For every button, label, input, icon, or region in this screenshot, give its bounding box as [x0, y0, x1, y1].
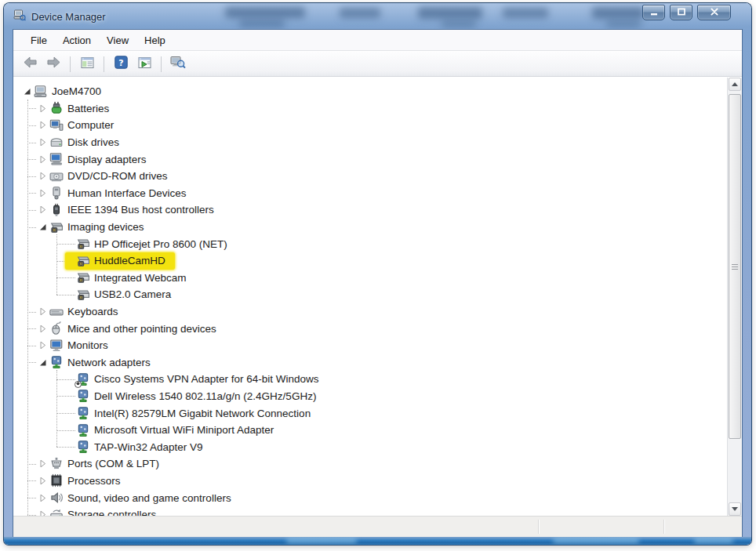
scroll-up-button[interactable] [729, 78, 741, 91]
hid-icon [49, 186, 64, 200]
tree-item-intel-r-82579lm-gigabit-network-connection[interactable]: Intel(R) 82579LM Gigabit Network Connect… [13, 404, 727, 422]
tree-item-storage-controllers[interactable]: Storage controllers [13, 506, 727, 516]
statusbar-divider [538, 520, 539, 534]
tree-item-ieee-1394-bus-host-controllers[interactable]: IEEE 1394 Bus host controllers [13, 201, 727, 219]
tree-item-sound-video-and-game-controllers[interactable]: Sound, video and game controllers [13, 489, 727, 506]
tree-item-label: Batteries [67, 103, 109, 114]
menu-view[interactable]: View [99, 31, 136, 49]
tree-item-huddlecamhd[interactable]: HuddleCamHD [13, 252, 727, 270]
tree-item-processors[interactable]: Processors [13, 473, 727, 490]
forward-icon [46, 56, 61, 72]
expander-collapsed-icon[interactable] [37, 339, 49, 352]
expander-collapsed-icon[interactable] [37, 102, 49, 114]
tree-row-body: IEEE 1394 Bus host controllers [49, 203, 214, 217]
expander-spacer [64, 424, 76, 437]
tree-item-display-adapters[interactable]: Display adapters [13, 150, 727, 168]
close-button[interactable] [697, 5, 731, 20]
toolbar-back-button[interactable] [20, 55, 40, 74]
tree-item-dell-wireless-1540-802-11a-g-n-2-4ghz-5ghz[interactable]: Dell Wireless 1540 802.11a/g/n (2.4GHz/5… [13, 388, 727, 405]
statusbar [13, 516, 742, 537]
expander-expanded-icon[interactable] [37, 221, 49, 234]
expander-collapsed-icon[interactable] [37, 458, 49, 470]
tree-item-keyboards[interactable]: Keyboards [13, 303, 727, 321]
toolbar-help-button[interactable]: ? [111, 55, 131, 74]
expander-collapsed-icon[interactable] [37, 322, 49, 335]
tree-item-cisco-systems-vpn-adapter-for-64-bit-windows[interactable]: Cisco Systems VPN Adapter for 64-bit Win… [13, 371, 727, 388]
ports-icon [49, 457, 64, 471]
imaging-icon [76, 270, 90, 285]
tree-item-disk-drives[interactable]: Disk drives [13, 134, 727, 151]
display-adapter-icon [49, 152, 64, 166]
tree-row-body: TAP-Win32 Adapter V9 [76, 440, 203, 454]
tree-row-body: USB2.0 Camera [76, 288, 171, 302]
scrollbar-thumb[interactable] [729, 94, 741, 439]
window-title: Device Manager [31, 11, 106, 23]
tree-item-joem4700[interactable]: JoeM4700 [13, 83, 727, 100]
toolbar-properties-button[interactable] [134, 55, 154, 74]
tree-item-integrated-webcam[interactable]: Integrated Webcam [13, 270, 727, 287]
minimize-button[interactable] [642, 5, 665, 20]
tree-item-batteries[interactable]: Batteries [13, 100, 727, 118]
tree-item-human-interface-devices[interactable]: Human Interface Devices [13, 185, 727, 202]
menu-help[interactable]: Help [136, 31, 173, 49]
expander-collapsed-icon[interactable] [37, 187, 49, 199]
tree-item-label: TAP-Win32 Adapter V9 [94, 441, 203, 453]
toolbar-show-console-tree-button[interactable] [77, 55, 97, 74]
tree-item-label: USB2.0 Camera [94, 288, 171, 300]
toolbar-scan-hardware-button[interactable] [168, 55, 188, 74]
tree-item-mice-and-other-pointing-devices[interactable]: Mice and other pointing devices [13, 320, 727, 337]
expander-collapsed-icon[interactable] [37, 204, 49, 216]
tree-row-body: Human Interface Devices [49, 186, 187, 200]
tree-row-body: Monitors [49, 339, 108, 353]
mouse-icon [49, 321, 64, 335]
tree-item-label: Disk drives [67, 136, 119, 148]
window-bottom-border [4, 537, 751, 545]
toolbar-forward-button[interactable] [43, 55, 64, 74]
menu-file[interactable]: File [23, 31, 55, 49]
expander-expanded-icon[interactable] [21, 85, 34, 98]
tree-item-label: Cisco Systems VPN Adapter for 64-bit Win… [94, 373, 319, 385]
computer-root-icon [34, 85, 48, 99]
expander-collapsed-icon[interactable] [37, 306, 49, 318]
tree-item-label: DVD/CD-ROM drives [67, 170, 168, 182]
tree-row-body: Mice and other pointing devices [49, 321, 216, 335]
toolbar-separator [104, 56, 104, 72]
expander-expanded-icon[interactable] [37, 356, 49, 368]
computer-icon [49, 118, 64, 132]
tree-item-label: Monitors [67, 339, 108, 351]
scroll-down-button[interactable] [729, 502, 741, 516]
tree-item-usb2-0-camera[interactable]: USB2.0 Camera [13, 286, 727, 303]
toolbar: ? [13, 52, 742, 77]
glass-reflection [442, 20, 476, 27]
expander-collapsed-icon[interactable] [37, 170, 49, 183]
tree-item-label: Sound, video and game controllers [67, 492, 231, 504]
tree-item-label: Imaging devices [67, 221, 144, 233]
tree-item-imaging-devices[interactable]: Imaging devices [13, 219, 727, 236]
tree-item-monitors[interactable]: Monitors [13, 337, 727, 354]
expander-collapsed-icon[interactable] [37, 119, 49, 132]
maximize-icon [676, 5, 687, 20]
tree-row-body: Display adapters [49, 152, 147, 166]
tree-item-dvd-cd-rom-drives[interactable]: DVD/CD-ROM drives [13, 168, 727, 185]
tree-item-ports-com-lpt[interactable]: Ports (COM & LPT) [13, 455, 727, 473]
tree-item-microsoft-virtual-wifi-miniport-adapter[interactable]: Microsoft Virtual WiFi Miniport Adapter [13, 422, 727, 439]
expander-collapsed-icon[interactable] [37, 491, 49, 504]
tree-row-body: Cisco Systems VPN Adapter for 64-bit Win… [76, 372, 319, 386]
expander-collapsed-icon[interactable] [37, 509, 49, 516]
glass-reflection [553, 538, 639, 542]
maximize-button[interactable] [670, 5, 692, 20]
menu-action[interactable]: Action [55, 31, 99, 49]
expander-collapsed-icon[interactable] [37, 153, 49, 165]
tree-item-tap-win32-adapter-v9[interactable]: TAP-Win32 Adapter V9 [13, 438, 727, 455]
tree-item-label: Intel(R) 82579LM Gigabit Network Connect… [94, 408, 311, 419]
vertical-scrollbar[interactable] [727, 78, 742, 516]
tree-row-body: Keyboards [49, 305, 118, 319]
expander-collapsed-icon[interactable] [37, 136, 49, 149]
tree-item-computer[interactable]: Computer [13, 117, 727, 134]
up-arrow-icon [732, 82, 738, 86]
tree-item-network-adapters[interactable]: Network adapters [13, 354, 727, 372]
tree-item-hp-officejet-pro-8600-net[interactable]: HP Officejet Pro 8600 (NET) [13, 235, 727, 252]
sound-icon [49, 491, 64, 505]
expander-spacer [64, 373, 76, 386]
expander-collapsed-icon[interactable] [37, 474, 49, 487]
